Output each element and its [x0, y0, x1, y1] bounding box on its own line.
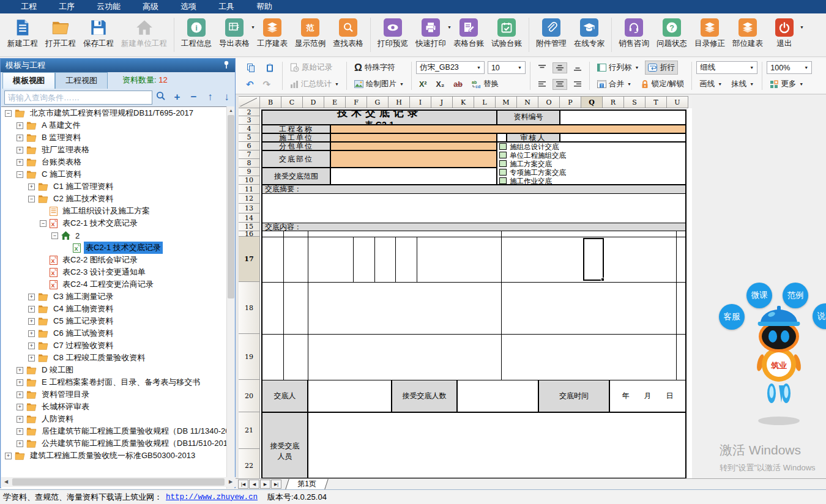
- menu-帮助[interactable]: 帮助: [245, 0, 283, 13]
- tree-item[interactable]: −北京市建筑工程资料管理规程DB11/T695-2017: [1, 107, 228, 119]
- tree-item[interactable]: +人防资料: [1, 413, 228, 425]
- menu-工程[interactable]: 工程: [10, 0, 48, 13]
- column-header-P[interactable]: P: [560, 96, 581, 108]
- valign-top-button[interactable]: [535, 62, 549, 73]
- tree-item[interactable]: 施工组织设计及施工方案: [1, 205, 228, 217]
- toolbar-导出表格[interactable]: 导出表格▼: [215, 17, 253, 50]
- column-header-R[interactable]: R: [603, 96, 624, 108]
- checkbox-施组总设计交底[interactable]: [499, 143, 507, 150]
- tree-item-label[interactable]: C7 过程验收资料: [51, 339, 115, 352]
- tree-item[interactable]: X表C2-1 技术交底记录: [1, 242, 228, 254]
- row-header-9[interactable]: 9: [239, 168, 260, 176]
- halign-left-button[interactable]: [535, 79, 549, 90]
- row-header-10[interactable]: 10: [239, 176, 260, 185]
- toolbar-打印预览[interactable]: 打印预览: [374, 17, 412, 50]
- expand-icon[interactable]: +: [28, 318, 35, 325]
- tree-item[interactable]: −X表C2-1 技术交底记录: [1, 217, 228, 229]
- summary-stats-button[interactable]: 汇总统计▼: [287, 77, 342, 91]
- row-header-7[interactable]: 7: [239, 150, 260, 159]
- disclosure-part-label[interactable]: 交底部位: [262, 150, 330, 168]
- expand-icon[interactable]: +: [28, 183, 35, 190]
- tree-item[interactable]: +E 工程档案案卷封面、目录、备考表与移交书: [1, 376, 228, 388]
- last-page-icon[interactable]: ▶|: [271, 480, 281, 489]
- column-header-C[interactable]: C: [281, 96, 303, 108]
- tab-project-view[interactable]: 工程视图: [55, 72, 108, 89]
- tree-item[interactable]: +C5 施工记录资料: [1, 315, 228, 327]
- expand-icon[interactable]: +: [169, 91, 185, 103]
- tree-item[interactable]: +C4 施工物资资料: [1, 303, 228, 315]
- receiver-count-input[interactable]: [457, 380, 538, 412]
- column-header-L[interactable]: L: [474, 96, 496, 108]
- row-header-13[interactable]: 13: [239, 204, 260, 213]
- tab-template-view[interactable]: 模板视图: [2, 72, 55, 89]
- column-header-J[interactable]: J: [431, 96, 453, 108]
- constructor-label[interactable]: 施工单位: [262, 133, 330, 142]
- tree-item[interactable]: +建筑工程施工质量验收统一标准GB50300-2013: [1, 450, 228, 462]
- row-header-3[interactable]: 3: [239, 116, 260, 125]
- wrap-text-button[interactable]: 折行: [645, 61, 678, 75]
- tree-item-label[interactable]: 驻厂监理表格: [40, 144, 91, 156]
- disclosure-scope-input[interactable]: [330, 168, 497, 185]
- tree-item-label[interactable]: 长城杯评审表: [40, 401, 91, 413]
- discloser-input[interactable]: [308, 380, 392, 412]
- tree-item[interactable]: X表C2-2 图纸会审记录: [1, 254, 228, 266]
- tree-item-label[interactable]: 表C2-1 技术交底记录: [84, 242, 163, 254]
- expand-icon[interactable]: +: [28, 306, 35, 313]
- undo-button[interactable]: ↶: [243, 77, 257, 92]
- toolbar-快速打印[interactable]: 快速打印▼: [412, 17, 450, 50]
- spacer-cell[interactable]: [497, 133, 507, 142]
- erase-line-button[interactable]: 抹线▼: [728, 77, 757, 91]
- tree-item-label[interactable]: C5 施工记录资料: [51, 315, 115, 327]
- toolbar-退出[interactable]: 退出▼: [767, 17, 802, 50]
- row-header-8[interactable]: 8: [239, 159, 260, 168]
- row-header-17[interactable]: 17: [239, 237, 260, 282]
- dropdown-arrow-icon[interactable]: ▼: [800, 25, 804, 29]
- row-header-6[interactable]: 6: [239, 142, 260, 150]
- constructor-input[interactable]: [330, 133, 497, 142]
- expand-icon[interactable]: +: [28, 343, 35, 349]
- status-url-link[interactable]: http://www.zhuyew.cn: [166, 493, 258, 502]
- scroll-up-icon[interactable]: ▲: [227, 106, 235, 114]
- row-header-5[interactable]: 5: [239, 133, 260, 142]
- tree-item[interactable]: −C2 施工技术资料: [1, 193, 228, 205]
- tree-item-label[interactable]: 表C2-2 图纸会审记录: [61, 254, 140, 266]
- tree-item[interactable]: +长城杯评审表: [1, 401, 228, 413]
- row-header-18[interactable]: 18: [239, 282, 260, 334]
- copy-button[interactable]: [243, 61, 259, 75]
- toolbar-在线专家[interactable]: 在线专家: [570, 17, 608, 50]
- halign-right-button[interactable]: [570, 79, 585, 90]
- row-header-20[interactable]: 20: [239, 380, 260, 412]
- tree-item[interactable]: +A 基建文件: [1, 119, 228, 132]
- sheet-corner-cell[interactable]: [239, 96, 260, 108]
- expand-icon[interactable]: +: [28, 330, 35, 337]
- column-header-Q[interactable]: Q: [581, 96, 603, 108]
- column-header-K[interactable]: K: [453, 96, 474, 108]
- tree-item[interactable]: +D 竣工图: [1, 364, 228, 376]
- expand-icon[interactable]: +: [17, 379, 23, 386]
- more-button[interactable]: 更多▼: [767, 77, 806, 91]
- tree-item[interactable]: +C1 施工管理资料: [1, 180, 228, 193]
- row-header-14[interactable]: 14: [239, 213, 260, 223]
- toolbar-打开工程[interactable]: 打开工程: [42, 17, 80, 50]
- font-family-select[interactable]: 仿宋_GB23▼: [416, 61, 485, 74]
- doc-number-input[interactable]: [560, 109, 686, 125]
- assistant-button-客服[interactable]: 客服: [719, 304, 745, 330]
- move-down-icon[interactable]: ↓: [218, 91, 235, 103]
- project-name-label[interactable]: 工程名称: [262, 125, 330, 133]
- row-header-2[interactable]: 2: [239, 108, 260, 116]
- checkbox-施工方案交底[interactable]: [499, 160, 507, 167]
- tree-item-label[interactable]: 公共建筑节能工程施工质量验收规程（DB11/510-2017）: [40, 437, 228, 450]
- tree-vertical-scrollbar[interactable]: ▲ ▼: [226, 106, 234, 489]
- row-header-12[interactable]: 12: [239, 194, 260, 204]
- collapse-icon[interactable]: −: [5, 110, 12, 117]
- expand-icon[interactable]: +: [5, 453, 12, 459]
- tree-item[interactable]: +C3 施工测量记录: [1, 291, 228, 303]
- tree-item-label[interactable]: 北京市建筑工程资料管理规程DB11/T695-2017: [28, 107, 195, 119]
- discloser-label[interactable]: 交底人: [262, 380, 308, 412]
- tree-item-label[interactable]: E 工程档案案卷封面、目录、备考表与移交书: [40, 376, 202, 388]
- row-header-21[interactable]: 21: [239, 412, 260, 449]
- special-char-button[interactable]: Ω特殊字符: [351, 61, 398, 75]
- valign-middle-button[interactable]: [553, 62, 567, 73]
- collapse-icon[interactable]: −: [28, 196, 35, 202]
- prev-page-icon[interactable]: ◀: [249, 480, 259, 489]
